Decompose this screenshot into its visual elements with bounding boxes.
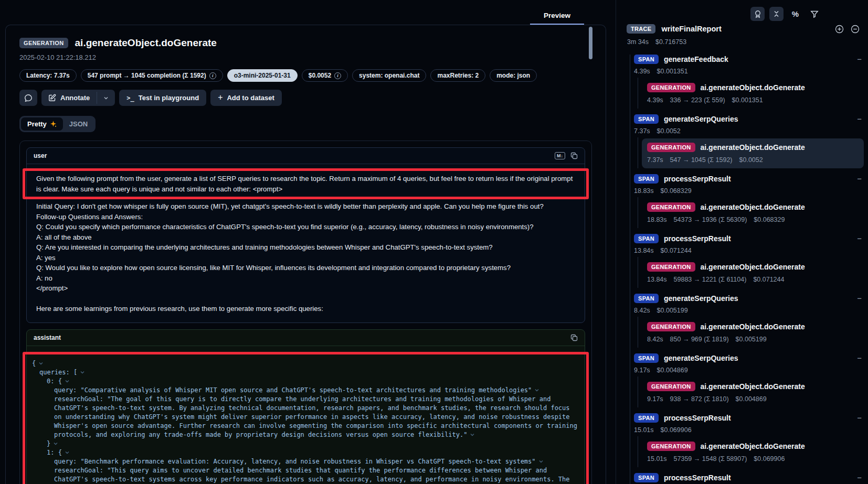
view-format-toggle: Pretty JSON	[19, 116, 96, 132]
generation-type-badge: GENERATION	[19, 38, 68, 48]
span-row[interactable]: SPAN generateFeedback −	[634, 53, 864, 64]
trace-tree-panel: TRACE writeFinalReport 3m 34s $0.716753 …	[627, 24, 864, 484]
chevron-down-icon[interactable]	[538, 459, 544, 464]
span-row[interactable]: SPAN generateSerpQueries −	[634, 352, 864, 363]
span-row[interactable]: SPAN processSerpResult −	[634, 472, 864, 483]
span-row[interactable]: SPAN generateSerpQueries −	[634, 113, 864, 124]
span-badge: SPAN	[634, 114, 659, 124]
generation-row[interactable]: GENERATION ai.generateObject.doGenerate	[647, 142, 859, 153]
trace-span-node: SPAN processSerpResult − 18.83s $0.06832…	[634, 173, 864, 228]
collapse-all-icon[interactable]	[851, 25, 860, 34]
json-line: 1: {	[32, 448, 579, 457]
annotate-label: Annotate	[60, 94, 90, 102]
trace-generation-node[interactable]: GENERATION ai.generateObject.doGenerate …	[642, 318, 864, 348]
generation-metrics: 7.37s 547 → 1045 (Σ 1592) $0.0052	[647, 156, 859, 165]
trace-generation-node[interactable]: GENERATION ai.generateObject.doGenerate …	[642, 198, 864, 228]
minus-icon[interactable]: −	[857, 414, 862, 422]
chevron-down-icon[interactable]	[470, 432, 475, 437]
generation-row[interactable]: GENERATION ai.generateObject.doGenerate	[647, 321, 859, 332]
span-row[interactable]: SPAN processSerpResult −	[634, 412, 864, 423]
minus-icon[interactable]: −	[857, 234, 862, 242]
terminal-icon: >_	[126, 94, 134, 102]
annotate-dropdown-button[interactable]	[97, 90, 115, 106]
expand-all-icon[interactable]	[835, 25, 844, 34]
span-metrics: 4.39s $0.001351	[634, 68, 864, 76]
trace-root-row[interactable]: TRACE writeFinalReport	[627, 24, 864, 34]
span-badge: SPAN	[634, 473, 659, 482]
pretty-label: Pretty	[27, 120, 47, 128]
metadata-pill: o3-mini-2025-01-31	[227, 69, 298, 82]
minus-icon[interactable]: −	[857, 175, 862, 182]
add-to-dataset-button[interactable]: + Add to dataset	[210, 90, 282, 106]
minus-icon[interactable]: −	[857, 115, 862, 123]
trace-generation-node[interactable]: GENERATION ai.generateObject.doGenerate …	[642, 437, 864, 467]
toggle-json[interactable]: JSON	[63, 117, 94, 131]
panel-divider[interactable]	[616, 0, 616, 484]
span-badge: SPAN	[634, 294, 659, 303]
chevron-down-icon[interactable]	[38, 361, 44, 366]
trace-generation-node[interactable]: GENERATION ai.generateObject.doGenerate …	[642, 258, 864, 288]
json-line: }	[32, 439, 579, 448]
chevron-down-icon[interactable]	[65, 450, 70, 455]
user-message-line: Q: Would you like to explore how open so…	[36, 263, 575, 273]
info-icon[interactable]: i	[209, 72, 216, 79]
test-in-playground-button[interactable]: >_ Test in playground	[119, 90, 206, 106]
user-message-line: </prompt>	[36, 283, 575, 294]
minus-icon[interactable]: −	[857, 474, 862, 481]
action-row: Annotate >_ Test in playground + Add to …	[19, 90, 592, 106]
span-metrics: 7.37s $0.0052	[634, 127, 864, 136]
info-icon[interactable]: i	[334, 72, 341, 79]
user-message-line: Q: Could you specify which performance c…	[36, 222, 575, 232]
chevron-down-icon[interactable]	[80, 370, 85, 375]
toggle-pretty[interactable]: Pretty	[21, 117, 63, 131]
generation-row[interactable]: GENERATION ai.generateObject.doGenerate	[647, 381, 859, 392]
main-column: Preview GENERATION ai.generateObject.doG…	[5, 0, 606, 484]
span-row[interactable]: SPAN generateSerpQueries −	[634, 293, 864, 304]
span-badge: SPAN	[634, 413, 659, 423]
generation-row[interactable]: GENERATION ai.generateObject.doGenerate	[647, 440, 859, 451]
trace-generation-node[interactable]: GENERATION ai.generateObject.doGenerate …	[642, 79, 864, 109]
copy-icon[interactable]	[570, 152, 578, 159]
trace-generation-node[interactable]: GENERATION ai.generateObject.doGenerate …	[642, 138, 864, 168]
minus-icon[interactable]: −	[857, 354, 862, 362]
generation-row[interactable]: GENERATION ai.generateObject.doGenerate	[647, 261, 859, 272]
generation-row[interactable]: GENERATION ai.generateObject.doGenerate	[647, 201, 859, 212]
chevron-down-icon[interactable]	[65, 379, 70, 384]
span-metrics: 15.01s $0.069906	[634, 426, 864, 435]
generation-metrics: 8.42s 850 → 969 (Σ 1819) $0.005199	[647, 336, 859, 344]
json-line: researchGoal: "The goal of this query is…	[32, 395, 579, 439]
json-line: researchGoal: "This query aims to uncove…	[32, 466, 579, 484]
toolbar-icons: %	[750, 7, 821, 21]
collapse-vertical-button[interactable]	[769, 7, 784, 21]
copy-icon[interactable]	[570, 334, 578, 341]
span-badge: SPAN	[634, 174, 659, 184]
add-to-dataset-label: Add to dataset	[227, 94, 274, 102]
trace-span-node: SPAN generateSerpQueries − 9.17s $0.0048…	[634, 352, 864, 407]
span-metrics: 8.42s $0.005199	[634, 307, 864, 315]
comment-button[interactable]	[19, 90, 37, 106]
tab-preview[interactable]: Preview	[530, 7, 584, 25]
tabstrip: Preview	[5, 0, 606, 25]
generation-metrics: 15.01s 57359 → 1548 (Σ 58907) $0.069906	[647, 455, 859, 464]
json-line: queries: [	[32, 368, 579, 377]
minus-icon[interactable]: −	[857, 55, 862, 63]
filter-button[interactable]	[807, 7, 821, 21]
chevron-down-icon[interactable]	[53, 441, 58, 446]
percent-toggle[interactable]: %	[788, 7, 802, 21]
assistant-message-body: {queries: [0: {query: "Comparative analy…	[27, 346, 585, 484]
chevron-down-icon[interactable]	[534, 388, 539, 393]
annotation-queue-button[interactable]	[750, 7, 765, 21]
generation-metrics: 9.17s 938 → 872 (Σ 1810) $0.004869	[647, 395, 859, 404]
trace-duration: 3m 34s	[627, 38, 649, 46]
assistant-message-panel: assistant {queries: [0: {query: "Compara…	[26, 329, 585, 484]
span-row[interactable]: SPAN processSerpResult −	[634, 233, 864, 244]
minus-icon[interactable]: −	[857, 294, 862, 302]
generation-row[interactable]: GENERATION ai.generateObject.doGenerate	[647, 82, 859, 93]
trace-generation-node[interactable]: GENERATION ai.generateObject.doGenerate …	[642, 378, 864, 407]
generation-badge: GENERATION	[647, 262, 695, 272]
generation-badge: GENERATION	[647, 202, 695, 212]
annotate-button[interactable]: Annotate	[41, 90, 97, 106]
markdown-toggle-icon[interactable]: M↓	[555, 152, 565, 159]
span-row[interactable]: SPAN processSerpResult −	[634, 173, 864, 184]
main-scrollbar-thumb[interactable]	[589, 27, 592, 59]
